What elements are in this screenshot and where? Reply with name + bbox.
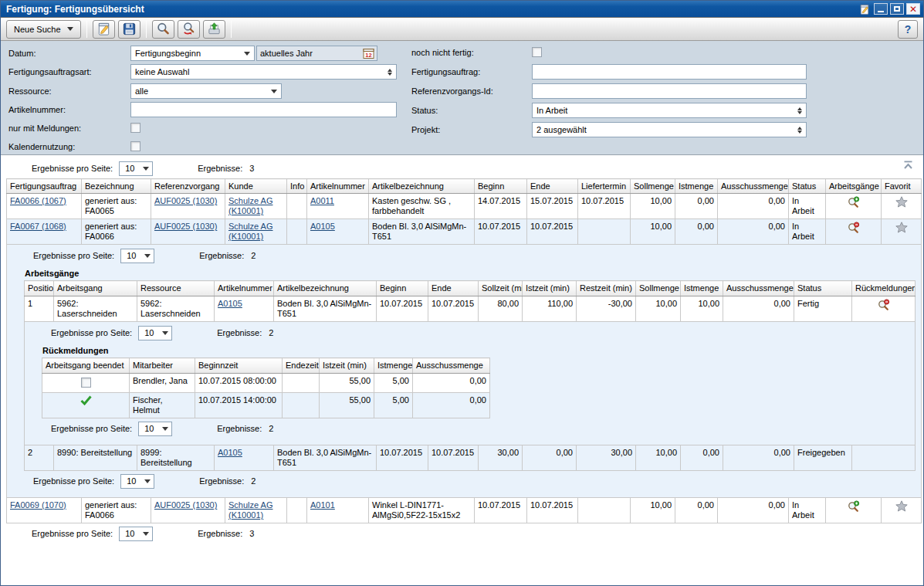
kunde-link[interactable]: Schulze AG (K10001) xyxy=(228,196,272,215)
ausschussmenge-cell: 0,00 xyxy=(723,445,794,471)
ende-cell: 10.07.2015 xyxy=(527,498,578,523)
search-button[interactable] xyxy=(152,20,174,39)
save-icon xyxy=(122,22,137,36)
auftragsart-select[interactable]: keine Auswahl xyxy=(130,64,397,80)
results-label: Ergebnisse: xyxy=(199,476,244,486)
restzeit-cell: -30,00 xyxy=(577,296,636,322)
page-size-value: 10 xyxy=(144,424,154,433)
table-row: Brendler, Jana 10.07.2015 08:00:00 55,00… xyxy=(42,374,490,393)
chevron-down-icon xyxy=(144,254,151,258)
export-button[interactable] xyxy=(203,20,225,39)
star-icon[interactable] xyxy=(895,222,908,233)
artikelbezeichnung-cell: Kasten geschw. SG , farbbehandelt xyxy=(369,194,475,219)
kalendernutzung-checkbox[interactable] xyxy=(130,141,140,151)
status-cell: In Arbeit xyxy=(789,498,826,523)
ressource-value: alle xyxy=(135,86,148,96)
maximize-icon[interactable] xyxy=(890,3,904,15)
status-select[interactable]: In Arbeit xyxy=(532,103,807,118)
bezeichnung-cell: generiert aus: FA0065 xyxy=(82,194,151,219)
edit-note-button[interactable] xyxy=(93,20,115,39)
search-reset-button[interactable] xyxy=(178,20,200,39)
page-size-value: 10 xyxy=(125,529,134,538)
close-icon[interactable]: ✕ xyxy=(906,3,920,15)
page-size-select[interactable]: 10 xyxy=(119,527,153,541)
help-button[interactable]: ? xyxy=(898,20,918,39)
bezeichnung-cell: generiert aus: FA0066 xyxy=(82,219,151,245)
per-page-label: Ergebnisse pro Seite: xyxy=(51,328,132,338)
artikelnummer-link[interactable]: A0101 xyxy=(310,500,335,510)
title-bar: Fertigung: Fertigungsübersicht ✕ xyxy=(1,1,923,18)
arbeitsgaenge-header-row: Position Arbeitsgang Ressource Artikelnu… xyxy=(25,281,916,296)
collapse-panel-icon[interactable] xyxy=(902,159,915,171)
col-header: Ausschussmenge xyxy=(723,281,794,296)
updown-arrows-icon xyxy=(797,106,802,116)
results-count: 3 xyxy=(249,529,254,538)
col-header: Arbeitsgänge xyxy=(826,179,882,194)
arbeitsgang-beendet-checkbox[interactable] xyxy=(81,378,91,388)
page-size-select[interactable]: 10 xyxy=(138,422,172,436)
magnifier-minus-icon[interactable] xyxy=(848,222,860,234)
col-header: Restzeit (min) xyxy=(577,281,636,296)
star-icon[interactable] xyxy=(895,500,908,512)
fertigungsauftrag-input[interactable] xyxy=(532,64,807,80)
datum-value-input[interactable]: aktuelles Jahr 12 xyxy=(256,46,377,61)
new-search-button[interactable]: Neue Suche xyxy=(6,20,81,39)
magnifier-plus-icon[interactable] xyxy=(848,500,860,513)
liefertermin-cell xyxy=(578,219,631,245)
artikelnummer-link[interactable]: A0105 xyxy=(218,448,242,457)
referenzvorgang-link[interactable]: AUF0025 (1030) xyxy=(154,222,217,231)
ressource-select[interactable]: alle xyxy=(130,83,282,99)
page-size-select[interactable]: 10 xyxy=(119,161,153,176)
nur-mit-meldungen-label: nur mit Meldungen: xyxy=(8,120,81,136)
magnifier-minus-icon[interactable] xyxy=(878,299,890,311)
col-header: Ressource xyxy=(137,281,215,296)
bezeichnung-cell: generiert aus: FA0066 xyxy=(82,498,151,523)
page-size-select[interactable]: 10 xyxy=(120,474,154,489)
toolbar-separator xyxy=(231,21,232,38)
col-header: Artikelnummer xyxy=(307,179,369,194)
mitarbeiter-cell: Brendler, Jana xyxy=(130,374,195,393)
calendar-icon[interactable]: 12 xyxy=(363,48,375,60)
kunde-link[interactable]: Schulze AG (K10001) xyxy=(228,222,272,241)
datum-type-select[interactable]: Fertigungsbeginn xyxy=(130,46,255,61)
referenzvorgangs-id-input[interactable] xyxy=(532,83,807,99)
chevron-down-icon xyxy=(67,27,73,31)
arbeitsgaenge-section-title: Arbeitsgänge xyxy=(25,269,915,279)
referenzvorgang-link[interactable]: AUF0025 (1030) xyxy=(154,196,217,205)
referenzvorgang-link[interactable]: AUF0025 (1030) xyxy=(154,500,217,510)
chevron-down-icon xyxy=(162,331,168,335)
artikelnummer-link[interactable]: A0105 xyxy=(218,299,242,308)
datum-value: aktuelles Jahr xyxy=(260,49,313,58)
noch-nicht-fertig-checkbox[interactable] xyxy=(532,47,542,57)
ende-cell: 10.07.2015 xyxy=(428,445,479,471)
col-header: Kunde xyxy=(225,179,287,194)
kunde-link[interactable]: Schulze AG (K10001) xyxy=(228,500,272,520)
fertigungsauftrag-link[interactable]: FA0069 (1070) xyxy=(10,500,66,510)
rueckmeldungen-header-row: Arbeitsgang beendet Mitarbeiter Beginnze… xyxy=(42,358,490,374)
col-header: Bezeichnung xyxy=(82,179,151,194)
artikelnummer-link[interactable]: A0105 xyxy=(310,222,335,231)
col-header: Istzeit (min) xyxy=(320,358,374,374)
fertigungsauftrag-link[interactable]: FA0067 (1068) xyxy=(10,222,66,231)
magnifier-plus-icon[interactable] xyxy=(848,196,860,208)
projekt-select[interactable]: 2 ausgewählt xyxy=(532,122,807,137)
page-size-select[interactable]: 10 xyxy=(138,326,172,340)
per-page-label: Ergebnisse pro Seite: xyxy=(32,529,113,538)
new-search-label: Neue Suche xyxy=(14,25,61,34)
ausschussmenge-cell: 0,00 xyxy=(413,374,490,393)
fertigungsauftrag-link[interactable]: FA0066 (1067) xyxy=(10,196,66,205)
minimize-icon[interactable] xyxy=(874,3,888,15)
page-size-select[interactable]: 10 xyxy=(120,249,154,263)
col-header: Artikelnummer xyxy=(215,281,274,296)
nur-mit-meldungen-checkbox[interactable] xyxy=(130,123,140,133)
star-icon[interactable] xyxy=(895,196,908,208)
save-button[interactable] xyxy=(118,20,140,39)
col-header: Position xyxy=(25,281,54,296)
artikelnummer-link[interactable]: A0011 xyxy=(310,196,334,205)
istzeit-cell: 0,00 xyxy=(523,445,577,471)
artikelnummer-input[interactable] xyxy=(130,102,397,117)
results-count: 2 xyxy=(251,476,256,486)
notes-icon[interactable] xyxy=(858,3,872,15)
detail-row: Ergebnisse pro Seite: 10 Ergebnisse: 2 A… xyxy=(7,245,922,498)
window-controls: ✕ xyxy=(858,3,920,15)
